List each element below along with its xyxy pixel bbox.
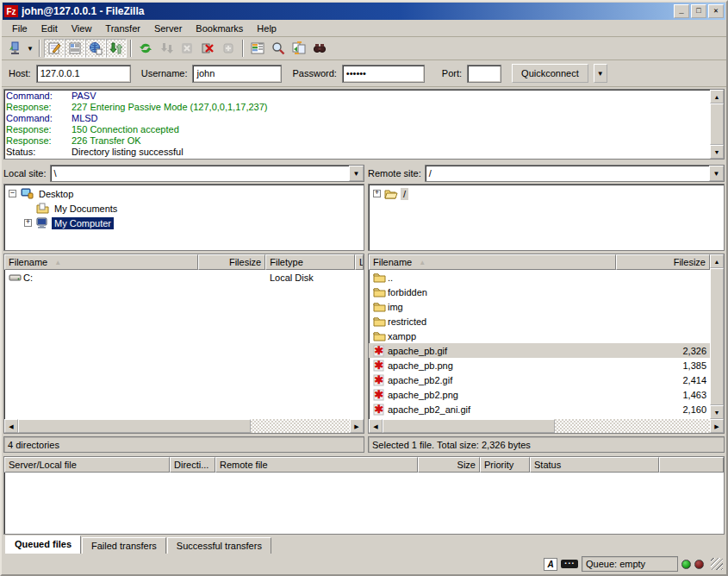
column-header-filename[interactable]: Filename▲ [4,254,198,270]
remote-file-list: Filename▲Filesize ..forbiddenimgrestrict… [368,254,725,434]
title-bar[interactable]: Fz john@127.0.0.1 - FileZilla _ □ ✕ [3,3,725,20]
column-header-label: Filename [373,257,412,267]
synchronized-browsing-button[interactable] [289,39,309,58]
remote-pane: Remote site: / ▼ +/ Filename▲Filesize ..… [368,165,725,453]
log-scroll-thumb[interactable] [710,103,724,145]
username-input[interactable] [192,65,282,83]
cancel-button[interactable] [177,39,197,58]
column-header-remote-file[interactable]: Remote file [215,457,418,473]
file-row[interactable]: xampp [369,329,710,343]
reconnect-button[interactable] [218,39,239,58]
menu-item-server[interactable]: Server [147,22,189,35]
menu-item-view[interactable]: View [65,22,99,35]
remote-site-combobox[interactable]: / ▼ [425,165,725,182]
scroll-down-icon[interactable]: ▼ [710,145,724,159]
column-header-directi-[interactable]: Directi... [170,457,215,473]
maximize-button[interactable]: □ [691,4,706,18]
site-manager-button[interactable] [4,39,25,58]
tree-item[interactable]: +/ [370,186,723,201]
tree-item[interactable]: +My Computer [5,216,363,230]
disconnect-button[interactable] [197,39,218,58]
collapse-minus-icon[interactable]: − [9,190,16,197]
remote-scroll-thumb-h[interactable] [383,419,555,433]
file-row[interactable]: restricted [369,314,710,329]
ascii-data-type-icon[interactable]: A [544,558,557,571]
minimize-button[interactable]: _ [674,4,689,18]
menu-item-bookmarks[interactable]: Bookmarks [189,22,250,35]
speed-limit-icon[interactable]: ▪▪▪ [561,560,578,568]
log-vertical-scrollbar[interactable]: ▲ ▼ [710,90,724,159]
menu-item-help[interactable]: Help [250,22,283,35]
file-row[interactable]: ✱apache_pb2.gif2,414 [369,373,710,387]
scroll-right-icon[interactable]: ▶ [710,419,724,433]
file-row[interactable]: forbidden [369,285,710,299]
host-input[interactable] [36,65,131,83]
refresh-button[interactable] [135,39,156,58]
tree-item[interactable]: −Desktop [5,186,363,201]
find-files-button[interactable] [309,39,330,58]
quickconnect-dropdown-button[interactable]: ▼ [594,64,607,83]
chevron-down-icon[interactable]: ▼ [709,166,724,181]
remote-vertical-scrollbar[interactable]: ▲ ▼ [710,254,724,419]
column-header-filetype[interactable]: Filetype [265,254,355,270]
file-row[interactable]: C:Local Disk [4,270,364,285]
chevron-down-icon[interactable]: ▼ [349,166,364,181]
column-header-filename[interactable]: Filename▲ [369,254,616,270]
file-row[interactable]: ✱apache_pb2.png1,463 [369,387,710,402]
expand-plus-icon[interactable]: + [24,219,32,227]
port-input[interactable] [467,65,501,83]
sort-ascending-icon: ▲ [54,259,61,266]
toggle-queue-button[interactable] [106,39,127,58]
column-header-l[interactable]: L [355,254,364,270]
scroll-right-icon[interactable]: ▶ [350,419,364,433]
remote-scroll-thumb[interactable] [710,268,724,405]
site-manager-dropdown-icon[interactable]: ▼ [25,39,35,58]
menu-item-edit[interactable]: Edit [34,22,65,35]
toggle-remote-tree-button[interactable] [85,39,106,58]
remote-horizontal-scrollbar[interactable]: ◀ ▶ [369,419,724,433]
tab-failed-transfers[interactable]: Failed transfers [82,537,166,554]
file-row[interactable]: ✱apache_pb.gif2,326 [369,343,710,358]
local-site-row: Local site: \ ▼ [3,165,364,184]
quickconnect-button[interactable]: Quickconnect [512,64,588,83]
column-header-server-local-file[interactable]: Server/Local file [4,457,170,473]
column-header-priority[interactable]: Priority [480,457,530,473]
toggle-message-log-button[interactable] [44,39,65,58]
folder-icon [372,315,386,329]
scroll-down-icon[interactable]: ▼ [710,405,724,419]
queue-body [4,473,724,534]
file-row[interactable]: .. [369,270,710,285]
tab-queued-files[interactable]: Queued files [5,535,81,554]
column-header-filesize[interactable]: Filesize [198,254,265,270]
password-input[interactable] [342,65,425,83]
column-header-label: Priority [484,460,513,470]
directory-comparison-button[interactable] [247,39,268,58]
close-button[interactable]: ✕ [708,4,724,18]
column-header-size[interactable]: Size [418,457,480,473]
scroll-left-icon[interactable]: ◀ [4,419,18,433]
file-row[interactable]: ✱apache_pb.png1,385 [369,358,710,373]
tree-item[interactable]: My Documents [5,201,363,216]
file-row[interactable]: ✱apache_pb2_ani.gif2,160 [369,402,710,416]
tab-successful-transfers[interactable]: Successful transfers [167,537,271,554]
quickconnect-bar: Host: Username: Password: Port: Quickcon… [2,60,726,87]
column-header-filesize[interactable]: Filesize [616,254,710,270]
menu-item-transfer[interactable]: Transfer [98,22,147,35]
toggle-local-tree-button[interactable] [65,39,85,58]
resize-grip[interactable] [711,558,723,570]
log-line-label: Command: [6,91,72,102]
scroll-up-icon[interactable]: ▲ [710,90,724,103]
process-queue-button[interactable] [156,39,177,58]
scroll-up-icon[interactable]: ▲ [710,254,724,268]
file-row[interactable]: img [369,299,710,314]
menu-item-file[interactable]: File [5,22,34,35]
local-site-value: \ [51,166,349,181]
scroll-left-icon[interactable]: ◀ [369,419,383,433]
filter-search-button[interactable] [268,39,289,58]
local-scroll-thumb[interactable] [18,419,251,433]
file-name-cell: img [369,300,616,314]
local-site-combobox[interactable]: \ ▼ [50,165,364,182]
column-header-status[interactable]: Status [530,457,659,473]
expand-plus-icon[interactable]: + [373,190,381,197]
local-horizontal-scrollbar[interactable]: ◀ ▶ [4,419,364,433]
